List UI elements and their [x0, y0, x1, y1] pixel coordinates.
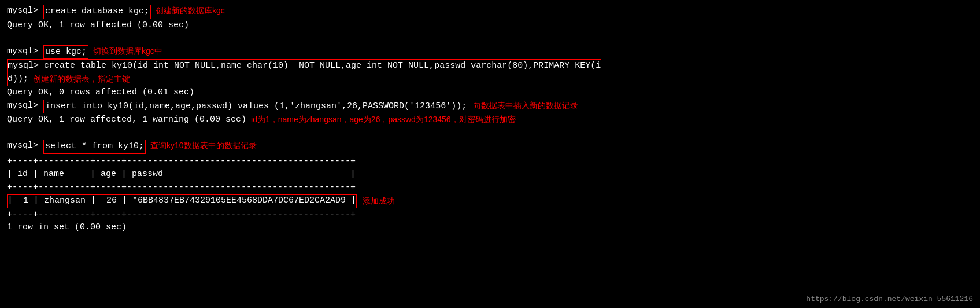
data-row-box: | 1 | zhangsan | 26 | *6BB4837EB74329105… — [7, 194, 357, 208]
annotation-2: 切换到数据库kgc中 — [93, 45, 162, 57]
output-final: 1 row in set (0.00 sec) — [7, 221, 973, 234]
command-box-5: select * from ky10; — [43, 140, 146, 154]
command-line-4: mysql> select * from ky10;查询ky10数据表中的数据记… — [7, 140, 973, 154]
command-box-2: use kgc; — [43, 45, 88, 60]
annotation-6: 查询ky10数据表中的数据记录 — [150, 140, 257, 152]
command-box-4: insert into ky10(id,name,age,passwd) val… — [43, 100, 468, 114]
blank-line-1 — [7, 32, 973, 45]
prompt-2: mysql> — [7, 45, 43, 58]
output-2: Query OK, 0 rows affected (0.01 sec) — [7, 86, 973, 100]
prompt-4: mysql> — [7, 100, 43, 113]
command-line-1: mysql> create database kgc;创建新的数据库kgc — [7, 5, 973, 19]
table-sep-mid: +----+----------+-----+-----------------… — [7, 181, 973, 195]
annotation-4: 向数据表中插入新的数据记录 — [473, 100, 578, 112]
prompt-1: mysql> — [7, 5, 43, 18]
row-annotation: 添加成功 — [363, 195, 395, 207]
command-line-2: mysql> use kgc;切换到数据库kgc中 — [7, 45, 973, 60]
output-1: Query OK, 1 row affected (0.00 sec) — [7, 19, 973, 32]
create-table-block: mysql> create table ky10(id int NOT NULL… — [7, 59, 601, 86]
prompt-3: mysql> — [8, 60, 44, 73]
command-line-3: mysql> insert into ky10(id,name,age,pass… — [7, 100, 973, 114]
annotation-5: id为1，name为zhangsan，age为26，passwd为123456，… — [251, 113, 516, 126]
footer-url: https://blog.csdn.net/weixin_55611216 — [806, 295, 973, 303]
annotation-3: 创建新的数据表，指定主键 — [33, 73, 130, 85]
command-box-1: create database kgc; — [43, 5, 151, 19]
command-box-3-part1: create table ky10(id int NOT NULL,name c… — [44, 60, 601, 73]
table-data-row: | 1 | zhangsan | 26 | *6BB4837EB74329105… — [7, 194, 973, 208]
prompt-5: mysql> — [7, 140, 43, 153]
blank-line-2 — [7, 127, 973, 140]
annotation-1: 创建新的数据库kgc — [156, 5, 225, 17]
table-sep-top: +----+----------+-----+-----------------… — [7, 155, 973, 168]
table-section: +----+----------+-----+-----------------… — [7, 155, 973, 222]
command-box-3-part2: d)); — [8, 73, 28, 86]
table-sep-bottom: +----+----------+-----+-----------------… — [7, 208, 973, 222]
table-header-row: | id | name | age | passwd | — [7, 168, 973, 181]
output-3: Query OK, 1 row affected, 1 warning (0.0… — [7, 113, 973, 127]
